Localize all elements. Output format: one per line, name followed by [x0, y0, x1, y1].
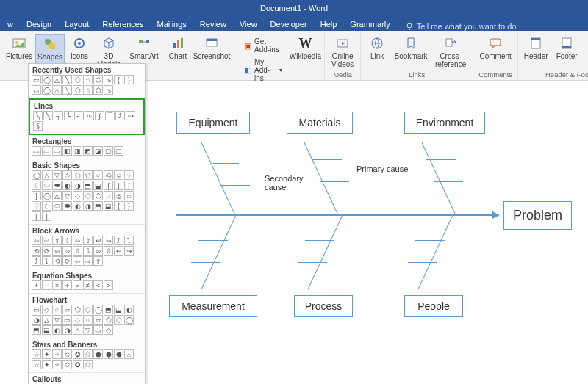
- shape-option[interactable]: ☾: [32, 181, 41, 190]
- shape-option[interactable]: ○: [93, 170, 103, 180]
- shape-option[interactable]: ⌂: [124, 349, 134, 359]
- shape-option[interactable]: ▱: [93, 315, 103, 325]
- header-button[interactable]: Header: [521, 34, 551, 68]
- shape-option[interactable]: ◯: [32, 170, 41, 180]
- shape-option[interactable]: ⬠: [93, 75, 103, 84]
- shape-option[interactable]: ⇦: [32, 236, 41, 245]
- shape-option[interactable]: ⬒: [32, 325, 41, 335]
- footer-button[interactable]: Footer: [552, 34, 581, 68]
- shape-option[interactable]: ⇨: [42, 236, 51, 245]
- shape-option[interactable]: ↩: [93, 236, 103, 245]
- box-equipment[interactable]: Equipment: [176, 112, 250, 134]
- shape-option[interactable]: ♡: [32, 201, 41, 211]
- shape-option[interactable]: ◇: [62, 170, 72, 180]
- shape-option[interactable]: ✩: [62, 349, 72, 359]
- shape-option[interactable]: ◧: [62, 146, 72, 156]
- my-addins-button[interactable]: ◧My Add-ins▾: [240, 56, 287, 84]
- link-button[interactable]: Link: [364, 34, 390, 68]
- shape-option[interactable]: ✪: [73, 349, 82, 359]
- shape-option[interactable]: ↝: [126, 111, 135, 120]
- box-problem[interactable]: Problem: [503, 201, 572, 230]
- shape-option[interactable]: ◑: [32, 315, 41, 325]
- shape-option[interactable]: {: [114, 201, 123, 211]
- shape-option[interactable]: §: [33, 121, 43, 131]
- shape-option[interactable]: ⬠: [83, 170, 93, 180]
- shape-option[interactable]: ⤵: [124, 236, 134, 245]
- shape-option[interactable]: >: [104, 280, 113, 290]
- shape-option[interactable]: }: [114, 181, 123, 190]
- shape-option[interactable]: ⇨: [62, 246, 72, 256]
- shape-option[interactable]: ◎: [104, 170, 113, 180]
- shape-option[interactable]: ◇: [42, 305, 51, 314]
- tab-help[interactable]: Help: [316, 18, 342, 31]
- shape-option[interactable]: ↩: [114, 246, 123, 256]
- tab-developer[interactable]: Developer: [266, 18, 312, 31]
- shape-option[interactable]: ⇩: [83, 246, 93, 256]
- shape-option[interactable]: ✩: [62, 360, 72, 369]
- shape-option[interactable]: ▭: [62, 315, 72, 325]
- shape-option[interactable]: ⬭: [42, 181, 51, 190]
- shape-option[interactable]: ⇦: [73, 256, 82, 266]
- shape-option[interactable]: ▽: [52, 170, 62, 180]
- shape-option[interactable]: ◪: [93, 146, 103, 156]
- shape-option[interactable]: ⇧: [93, 256, 103, 266]
- shape-option[interactable]: ⤴: [115, 111, 125, 120]
- shape-option[interactable]: ◯: [124, 315, 134, 325]
- box-process[interactable]: Process: [294, 295, 353, 317]
- shape-option[interactable]: ▽: [52, 315, 62, 325]
- shape-option[interactable]: ◯: [42, 191, 51, 200]
- shape-option[interactable]: {: [114, 75, 123, 84]
- shape-option[interactable]: ⇧: [73, 246, 82, 256]
- shape-option[interactable]: ⟲: [52, 256, 62, 266]
- shape-option[interactable]: ⬒: [93, 201, 103, 211]
- shape-option[interactable]: ▢: [114, 146, 123, 156]
- shape-option[interactable]: ⬠: [73, 305, 82, 314]
- shape-option[interactable]: ▭: [32, 75, 41, 84]
- shape-option[interactable]: ∫: [95, 111, 104, 120]
- shape-option[interactable]: ╲: [33, 111, 43, 120]
- tell-me[interactable]: Tell me what you want to do: [405, 22, 517, 31]
- shape-option[interactable]: ↪: [104, 236, 113, 245]
- shape-option[interactable]: ▭: [32, 85, 41, 95]
- shape-option[interactable]: ↘: [104, 75, 113, 84]
- tab-review[interactable]: Review: [196, 18, 231, 31]
- shape-option[interactable]: ⬬: [62, 201, 72, 211]
- shape-option[interactable]: [: [32, 211, 41, 221]
- shape-option[interactable]: ▭: [32, 305, 41, 314]
- shape-option[interactable]: ╲: [62, 85, 72, 95]
- shape-option[interactable]: −: [42, 280, 51, 290]
- shape-option[interactable]: ◇: [73, 191, 82, 200]
- shape-option[interactable]: ┐: [54, 111, 63, 120]
- shape-option[interactable]: ✧: [52, 349, 62, 359]
- shape-option[interactable]: ⇩: [62, 236, 72, 245]
- comment-button[interactable]: Comment: [476, 34, 514, 61]
- shape-option[interactable]: ◑: [83, 201, 93, 211]
- box-environment[interactable]: Environment: [404, 112, 485, 134]
- page-number-button[interactable]: # Page Number: [583, 34, 588, 68]
- shape-option[interactable]: ⇧: [52, 236, 62, 245]
- shape-option[interactable]: ⬓: [104, 201, 113, 211]
- shape-option[interactable]: ⬟: [93, 349, 103, 359]
- shape-option[interactable]: ↘: [104, 85, 113, 95]
- shape-option[interactable]: ⬡: [114, 315, 123, 325]
- shape-option[interactable]: ⌒: [105, 111, 115, 120]
- shape-option[interactable]: ╲: [43, 111, 53, 120]
- shape-option[interactable]: ⟳: [42, 246, 51, 256]
- tab-grammarly[interactable]: Grammarly: [345, 18, 394, 31]
- box-people[interactable]: People: [404, 295, 463, 317]
- shape-option[interactable]: ⬠: [93, 191, 103, 200]
- shape-option[interactable]: ✪: [73, 360, 82, 369]
- shape-option[interactable]: }: [124, 75, 134, 84]
- shape-option[interactable]: ▽: [62, 191, 72, 200]
- shape-option[interactable]: ○: [104, 191, 113, 200]
- shape-option[interactable]: ▭: [32, 146, 41, 156]
- box-measurement[interactable]: Measurement: [169, 295, 257, 317]
- shape-option[interactable]: ☆: [83, 85, 93, 95]
- shape-option[interactable]: ⟲: [32, 246, 41, 256]
- shape-option[interactable]: △: [42, 170, 51, 180]
- box-materials[interactable]: Materials: [287, 112, 353, 134]
- shape-option[interactable]: ◐: [62, 181, 72, 190]
- shape-option[interactable]: ☺: [124, 191, 134, 200]
- shape-option[interactable]: ↪: [124, 246, 134, 256]
- shape-option[interactable]: ≠: [83, 280, 93, 290]
